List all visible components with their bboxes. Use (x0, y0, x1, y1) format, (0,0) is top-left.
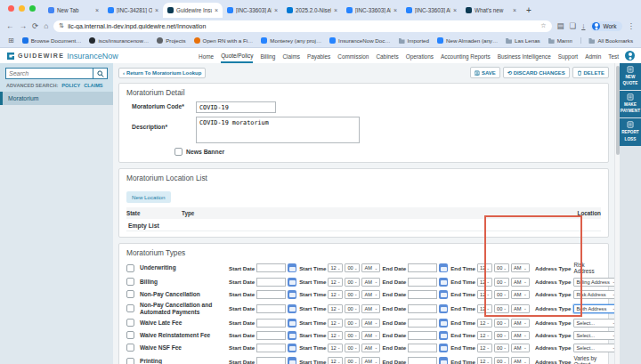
tab-close-icon[interactable]: × (334, 7, 337, 13)
profile-chip[interactable]: Work (590, 21, 621, 31)
bookmark-item[interactable]: Mammoth (548, 37, 573, 44)
type-checkbox[interactable] (126, 278, 134, 286)
zoom-window-icon[interactable] (29, 5, 36, 12)
calendar-icon[interactable] (288, 319, 296, 328)
start-meridiem-select[interactable]: AM⌄ (361, 331, 380, 340)
calendar-icon[interactable] (288, 357, 296, 364)
calendar-icon[interactable] (439, 319, 448, 328)
type-checkbox[interactable] (126, 264, 134, 272)
bookmark-item[interactable]: iscs/insurancenow… (89, 37, 149, 44)
nav-item[interactable]: Operations (406, 50, 434, 62)
tab-close-icon[interactable]: × (215, 7, 218, 13)
browser-tab[interactable]: [INC-33603] Ability t × (342, 3, 402, 18)
nav-item[interactable]: Support (558, 50, 578, 62)
bookmark-item[interactable]: Projects (157, 37, 185, 44)
start-minute-select[interactable]: 00⌄ (345, 263, 360, 272)
new-window-icon[interactable]: ❏ (570, 22, 577, 30)
end-minute-select[interactable]: 00⌄ (494, 304, 509, 313)
start-hour-select[interactable]: 12⌄ (328, 319, 343, 328)
tab-close-icon[interactable]: × (274, 7, 278, 13)
tab-close-icon[interactable]: × (513, 7, 516, 13)
news-banner-checkbox[interactable] (174, 148, 183, 156)
moratorium-code-input[interactable] (196, 101, 276, 113)
calendar-icon[interactable] (288, 331, 296, 340)
close-window-icon[interactable] (8, 5, 14, 12)
start-hour-select[interactable]: 12⌄ (328, 278, 343, 287)
search-input[interactable] (5, 68, 93, 79)
bookmark-item[interactable]: Open RN with a Fi… (194, 37, 254, 44)
new-tab-button[interactable]: + (526, 5, 531, 15)
end-minute-select[interactable]: 00⌄ (494, 344, 509, 352)
calendar-icon[interactable] (439, 344, 448, 352)
end-date-input[interactable] (408, 344, 437, 352)
address-type-select[interactable]: Select...⌄ (573, 319, 618, 328)
start-date-input[interactable] (256, 357, 286, 364)
nav-item[interactable]: Billing (260, 50, 275, 62)
tab-close-icon[interactable]: × (155, 7, 158, 13)
start-minute-select[interactable]: 00⌄ (345, 319, 360, 328)
browser-tab[interactable]: [INC-33603] Ability t × (402, 3, 461, 18)
end-date-input[interactable] (408, 290, 437, 299)
start-date-input[interactable] (256, 278, 286, 287)
start-date-input[interactable] (256, 290, 286, 299)
end-date-input[interactable] (408, 278, 437, 287)
start-minute-select[interactable]: 00⌄ (345, 357, 360, 364)
site-settings-icon[interactable]: ⇅ (59, 22, 64, 29)
end-minute-select[interactable]: 00⌄ (494, 290, 509, 299)
type-checkbox[interactable] (126, 331, 134, 339)
description-textarea[interactable] (196, 117, 360, 143)
home-icon[interactable]: ⌂ (44, 22, 48, 30)
end-hour-select[interactable]: 12⌄ (477, 290, 492, 299)
menu-icon[interactable]: ⋮ (628, 22, 636, 30)
calendar-icon[interactable] (288, 290, 296, 299)
tab-close-icon[interactable]: × (453, 7, 457, 13)
calendar-icon[interactable] (439, 290, 448, 299)
browser-tab[interactable]: Guidewire InsuranceN × (163, 3, 223, 18)
end-hour-select[interactable]: 12⌄ (477, 357, 492, 364)
type-checkbox[interactable] (126, 344, 134, 352)
end-hour-select[interactable]: 12⌄ (477, 319, 492, 328)
nav-item[interactable]: Test (608, 50, 619, 62)
address-type-select[interactable]: Billing Address⌄ (573, 278, 618, 287)
calendar-icon[interactable] (439, 304, 448, 313)
save-button[interactable]: SAVE (470, 67, 500, 78)
all-bookmarks-button[interactable]: All Bookmarks (580, 37, 633, 44)
type-checkbox[interactable] (126, 358, 134, 364)
calendar-icon[interactable] (439, 278, 448, 287)
url-text[interactable]: iic-qa.internal.in-dev.inpd.guidewire.ne… (68, 23, 537, 29)
start-meridiem-select[interactable]: AM⌄ (361, 263, 380, 272)
bookmark-item[interactable]: Las Lenas (506, 37, 540, 44)
rail-button[interactable]: MAKE PAYMENT (620, 91, 641, 117)
policy-link[interactable]: POLICY (61, 83, 80, 88)
start-meridiem-select[interactable]: AM⌄ (361, 290, 380, 299)
bookmark-star-icon[interactable]: ☆ (540, 22, 546, 29)
end-minute-select[interactable]: 00⌄ (494, 263, 509, 272)
end-date-input[interactable] (408, 263, 437, 272)
end-date-input[interactable] (408, 319, 437, 328)
start-meridiem-select[interactable]: AM⌄ (361, 344, 380, 352)
browser-tab[interactable]: [INC-33603] Ability t × (223, 3, 282, 18)
end-date-input[interactable] (408, 331, 437, 340)
end-hour-select[interactable]: 12⌄ (477, 331, 492, 340)
start-date-input[interactable] (256, 331, 286, 340)
minimize-window-icon[interactable] (19, 5, 25, 12)
forward-icon[interactable]: → (20, 22, 28, 30)
bookmark-item[interactable]: Monterey (any proj… (261, 37, 321, 44)
browser-tab[interactable]: New Tab × (44, 3, 103, 18)
nav-item[interactable]: Cabinets (376, 50, 398, 62)
end-date-input[interactable] (408, 357, 437, 364)
start-date-input[interactable] (256, 304, 286, 313)
end-hour-select[interactable]: 12⌄ (477, 344, 492, 352)
return-button[interactable]: ‹ Return To Moratorium Lookup (118, 68, 206, 78)
start-minute-select[interactable]: 00⌄ (345, 344, 360, 352)
bookmark-item[interactable]: Browse Document… (22, 37, 82, 44)
start-minute-select[interactable]: 00⌄ (345, 331, 360, 340)
nav-item[interactable]: Accounting Reports (441, 50, 491, 62)
nav-item[interactable]: Business Intelligence (498, 50, 551, 62)
end-meridiem-select[interactable]: AM⌄ (511, 344, 530, 352)
address-type-select[interactable]: Select...⌄ (573, 331, 618, 340)
discard-changes-button[interactable]: ⟳ DISCARD CHANGES (503, 67, 570, 78)
browser-tab[interactable]: What's new × (461, 3, 521, 18)
type-checkbox[interactable] (126, 304, 134, 312)
rail-button[interactable]: REPORT LOSS (620, 118, 641, 145)
